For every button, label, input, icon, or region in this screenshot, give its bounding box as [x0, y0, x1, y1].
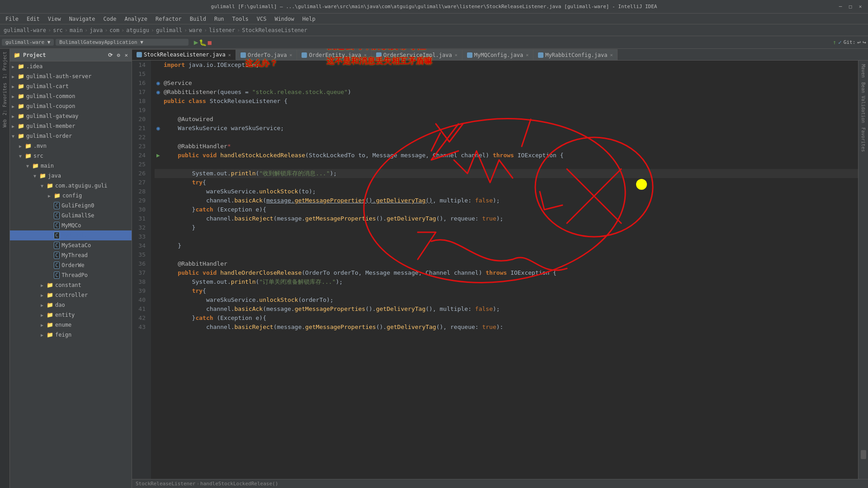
- editor-tab-4[interactable]: MyMQConfig.java✕: [462, 49, 533, 60]
- menu-item-run[interactable]: Run: [211, 15, 228, 23]
- tree-item-3[interactable]: ▶📁gulimall-common: [10, 91, 132, 101]
- tree-item-11[interactable]: ▼📁java: [10, 171, 132, 181]
- code-area[interactable]: import java.io.IOException;◉@Service◉@Ra…: [151, 61, 858, 479]
- breadcrumb-item-5[interactable]: atguigu: [126, 27, 149, 33]
- tree-item-4[interactable]: ▶📁gulimall-coupon: [10, 101, 132, 111]
- tree-item-5[interactable]: ▶📁gulimall-gateway: [10, 111, 132, 121]
- menu-item-window[interactable]: Window: [271, 15, 297, 23]
- menu-item-view[interactable]: View: [44, 15, 65, 23]
- menu-item-tools[interactable]: Tools: [229, 15, 252, 23]
- minimize-button[interactable]: ─: [837, 4, 844, 10]
- project-selector[interactable]: gulimall-ware ▼: [2, 39, 54, 46]
- breadcrumb-item-7[interactable]: ware: [189, 27, 202, 33]
- close-button[interactable]: ✕: [857, 4, 863, 10]
- debug-button[interactable]: 🐛: [199, 39, 207, 46]
- menu-item-navigate[interactable]: Navigate: [66, 15, 99, 23]
- left-marker-web[interactable]: Web: [1, 117, 8, 129]
- tree-item-23[interactable]: ▶📁controller: [10, 290, 132, 300]
- tree-item-1[interactable]: ▶📁gulimall-auth-server: [10, 71, 132, 81]
- tree-item-8[interactable]: ▶📁.mvn: [10, 141, 132, 151]
- menubar: FileEditViewNavigateCodeAnalyzeRefactorB…: [0, 14, 868, 24]
- left-marker-project[interactable]: 1: Project: [1, 50, 8, 80]
- tree-item-2[interactable]: ▶📁gulimall-cart: [10, 81, 132, 91]
- bean-validation-panel[interactable]: Bean Validation: [860, 80, 867, 125]
- tree-item-24[interactable]: ▶📁dao: [10, 300, 132, 310]
- tree-item-9[interactable]: ▼📁src: [10, 151, 132, 161]
- menu-item-analyze[interactable]: Analyze: [121, 15, 151, 23]
- run-gutter-icon[interactable]: ▶: [156, 151, 160, 160]
- tree-item-13[interactable]: ▶📁config: [10, 191, 132, 201]
- editor-tab-1[interactable]: OrderTo.java✕: [236, 49, 297, 60]
- menu-item-vcs[interactable]: VCS: [253, 15, 270, 23]
- project-tree: ▶📁.idea▶📁gulimall-auth-server▶📁gulimall-…: [10, 61, 132, 488]
- tree-item-10[interactable]: ▼📁main: [10, 161, 132, 171]
- tree-icon-11: 📁: [39, 173, 46, 179]
- tab-close-5[interactable]: ✕: [610, 52, 613, 57]
- project-gear-icon[interactable]: ⚙: [117, 52, 120, 58]
- vcs-update-icon[interactable]: ↑: [833, 39, 836, 46]
- breadcrumb-item-2[interactable]: main: [70, 27, 83, 33]
- breadcrumb-item-0[interactable]: gulimall-ware: [4, 27, 46, 33]
- breadcrumb-item-8[interactable]: listener: [209, 27, 235, 33]
- vcs-commit-icon[interactable]: ✓: [838, 39, 842, 46]
- tree-item-26[interactable]: ▶📁enume: [10, 320, 132, 330]
- menu-item-file[interactable]: File: [2, 15, 22, 23]
- tab-close-1[interactable]: ✕: [289, 52, 292, 57]
- code-line-25: try{: [155, 286, 858, 296]
- tree-item-0[interactable]: ▶📁.idea: [10, 61, 132, 71]
- tab-close-0[interactable]: ✕: [228, 52, 231, 57]
- editor-tab-3[interactable]: OrderServiceImpl.java✕: [372, 49, 462, 60]
- line-numbers: 1415161718192021222324252627282930313233…: [132, 61, 151, 479]
- code-text-29: channel.basicReject(message.getMessagePr…: [164, 323, 503, 332]
- breadcrumb-method: handleStockLockedRelease(): [200, 481, 278, 487]
- menu-item-code[interactable]: Code: [100, 15, 120, 23]
- tab-close-4[interactable]: ✕: [526, 52, 528, 57]
- stop-button[interactable]: ■: [208, 39, 211, 46]
- editor-tab-0[interactable]: StockReleaseListener.java✕: [132, 49, 236, 60]
- menu-item-edit[interactable]: Edit: [23, 15, 43, 23]
- minimap-scroll[interactable]: [860, 441, 867, 477]
- bean-gutter-icon[interactable]: ◉: [156, 124, 160, 133]
- tree-arrow-23: ▶: [41, 293, 45, 298]
- breadcrumb-item-9[interactable]: StockReleaseListener: [242, 27, 307, 33]
- breadcrumb-item-4[interactable]: com: [109, 27, 119, 33]
- project-sync-icon[interactable]: ⟳: [108, 52, 113, 58]
- tree-arrow-7: ▼: [12, 134, 16, 139]
- tree-item-6[interactable]: ▶📁gulimall-member: [10, 121, 132, 131]
- bean-gutter-icon[interactable]: ◉: [156, 79, 160, 88]
- tree-item-18[interactable]: CMySeataCo: [10, 240, 132, 250]
- breadcrumb-item-3[interactable]: java: [90, 27, 103, 33]
- run-button[interactable]: ▶: [194, 38, 198, 47]
- menu-item-help[interactable]: Help: [299, 15, 319, 23]
- tree-item-12[interactable]: ▼📁com.atguigu.guli: [10, 181, 132, 191]
- tree-item-16[interactable]: CMyMQCo: [10, 221, 132, 230]
- editor-tab-2[interactable]: OrderEntity.java✕: [297, 49, 372, 60]
- undo-button[interactable]: ↩: [857, 39, 861, 46]
- project-close-icon[interactable]: ✕: [125, 52, 128, 58]
- tree-item-22[interactable]: ▶📁constant: [10, 280, 132, 290]
- breadcrumb-item-6[interactable]: gulimall: [156, 27, 182, 33]
- tree-item-17[interactable]: CMyRabbit: [10, 230, 132, 240]
- code-wrapper: import java.io.IOException;◉@Service◉@Ra…: [155, 61, 858, 332]
- bean-gutter-icon[interactable]: ◉: [156, 88, 160, 97]
- favorites-panel[interactable]: Favorites: [860, 126, 867, 154]
- menu-item-build[interactable]: Build: [186, 15, 210, 23]
- tab-close-3[interactable]: ✕: [455, 52, 458, 57]
- tree-item-14[interactable]: CGuliFeign0: [10, 201, 132, 211]
- tab-close-2[interactable]: ✕: [364, 52, 367, 57]
- editor-tab-5[interactable]: MyRabbitConfig.java✕: [533, 49, 618, 60]
- tree-item-27[interactable]: ▶📁feign: [10, 330, 132, 340]
- run-config-selector[interactable]: BulimallGatewayApplication ▼: [56, 39, 188, 46]
- redo-button[interactable]: ↪: [863, 39, 866, 46]
- left-marker-favorites[interactable]: 2: Favorites: [1, 81, 8, 117]
- tree-item-20[interactable]: COrderWe: [10, 260, 132, 270]
- maven-panel[interactable]: Maven: [860, 62, 867, 80]
- tree-item-19[interactable]: CMyThread: [10, 250, 132, 260]
- tree-item-15[interactable]: CGulimallSe: [10, 211, 132, 221]
- tree-item-7[interactable]: ▼📁gulimall-order: [10, 131, 132, 141]
- tree-item-21[interactable]: CThreadPo: [10, 270, 132, 280]
- menu-item-refactor[interactable]: Refactor: [152, 15, 185, 23]
- breadcrumb-item-1[interactable]: src: [53, 27, 63, 33]
- maximize-button[interactable]: □: [847, 4, 854, 10]
- tree-item-25[interactable]: ▶📁entity: [10, 310, 132, 320]
